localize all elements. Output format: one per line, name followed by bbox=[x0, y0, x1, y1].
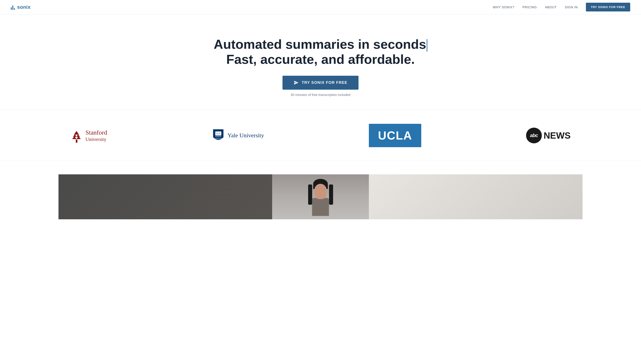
logo-bar-3 bbox=[14, 8, 15, 10]
stanford-logo: Stanford University bbox=[70, 128, 107, 143]
nav-link-pricing[interactable]: PRICING bbox=[522, 6, 537, 9]
hero-cta-label: TRY SONIX FOR FREE bbox=[302, 80, 348, 85]
person-bg-dark bbox=[59, 174, 272, 219]
yale-shield-icon: LUX VERITAS bbox=[212, 128, 224, 143]
abc-logo-container: abc NEWS bbox=[526, 128, 571, 143]
nav-links: WHY SONIX? PRICING ABOUT SIGN IN TRY SON… bbox=[493, 3, 630, 12]
logo[interactable]: sonix bbox=[11, 4, 31, 10]
abc-news-text: NEWS bbox=[544, 130, 571, 141]
nav-link-why-sonix[interactable]: WHY SONIX? bbox=[493, 6, 514, 9]
svg-marker-5 bbox=[74, 131, 79, 134]
person-silhouette bbox=[306, 179, 335, 219]
center-person-bg bbox=[272, 174, 369, 219]
logo-icon bbox=[11, 4, 15, 10]
nav-cta-button[interactable]: TRY SONIX FOR FREE bbox=[586, 3, 630, 12]
stanford-tree-icon bbox=[70, 128, 83, 143]
abc-circle-text: abc bbox=[530, 132, 538, 138]
ucla-logo-box: UCLA bbox=[369, 124, 421, 147]
logos-section: Stanford University LUX VERITAS Yale Uni… bbox=[0, 110, 641, 161]
person-body bbox=[312, 198, 329, 216]
hero-title-line2: Fast, accurate, and affordable. bbox=[226, 52, 415, 66]
stanford-text: Stanford University bbox=[86, 129, 107, 142]
svg-text:LUX: LUX bbox=[216, 132, 220, 135]
abc-news-logo: abc NEWS bbox=[526, 128, 571, 143]
cursor-blink bbox=[427, 39, 427, 52]
person-card-right bbox=[369, 174, 582, 219]
yale-name: Yale University bbox=[228, 132, 264, 139]
logo-text: sonix bbox=[17, 4, 31, 10]
ucla-logo: UCLA bbox=[369, 124, 421, 147]
svg-text:VERITAS: VERITAS bbox=[214, 138, 222, 140]
hero-cta-container: TRY SONIX FOR FREE 30 minutes of free tr… bbox=[11, 76, 630, 96]
person-face bbox=[314, 184, 327, 199]
hero-title: Automated summaries in seconds Fast, acc… bbox=[11, 37, 630, 67]
svg-rect-0 bbox=[76, 140, 77, 143]
yale-text: Yale University bbox=[228, 132, 264, 139]
yale-logo-container: LUX VERITAS Yale University bbox=[212, 128, 264, 143]
nav-link-sign-in[interactable]: SIGN IN bbox=[565, 6, 578, 9]
person-card-left bbox=[59, 174, 272, 219]
person-hair-right bbox=[329, 184, 333, 205]
hero-section: Automated summaries in seconds Fast, acc… bbox=[0, 14, 641, 110]
logo-bar-2 bbox=[12, 6, 13, 10]
stanford-name: Stanford bbox=[86, 129, 107, 136]
logo-bar-1 bbox=[11, 7, 12, 10]
abc-circle: abc bbox=[526, 128, 542, 143]
send-icon bbox=[294, 80, 299, 85]
nav-link-about[interactable]: ABOUT bbox=[545, 6, 557, 9]
hero-cta-button[interactable]: TRY SONIX FOR FREE bbox=[282, 76, 359, 90]
stanford-logo-container: Stanford University bbox=[70, 128, 107, 143]
person-bg-light bbox=[369, 174, 582, 219]
person-card-center bbox=[272, 174, 369, 219]
stanford-university: University bbox=[86, 136, 107, 142]
hero-title-line1: Automated summaries in seconds bbox=[214, 37, 426, 52]
person-hair-left bbox=[308, 184, 312, 205]
bottom-section bbox=[0, 161, 641, 219]
navbar: sonix WHY SONIX? PRICING ABOUT SIGN IN T… bbox=[0, 0, 641, 14]
hero-subtext: 30 minutes of free transcription include… bbox=[290, 93, 351, 96]
yale-logo: LUX VERITAS Yale University bbox=[212, 128, 264, 143]
